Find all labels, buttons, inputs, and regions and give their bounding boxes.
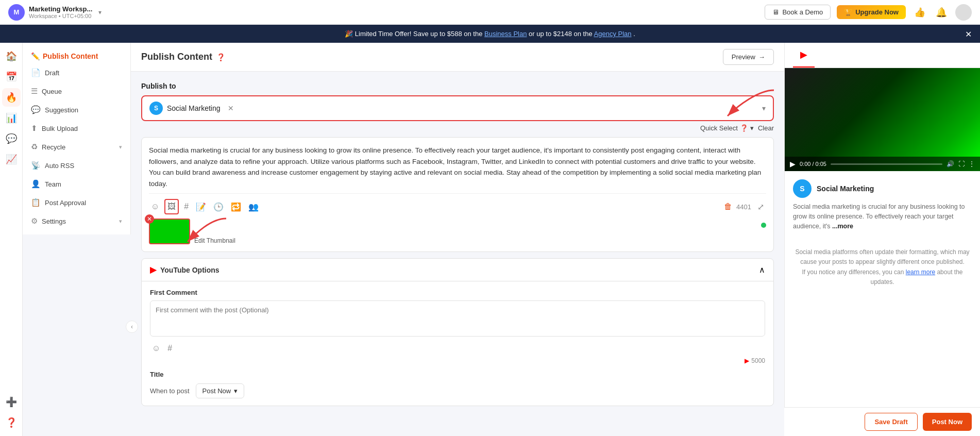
- schedule-button[interactable]: 🕒: [211, 200, 226, 214]
- sidebar-item-settings[interactable]: ⚙ Settings ▾: [23, 212, 130, 230]
- sidebar-item-queue[interactable]: ☰ Queue: [23, 82, 130, 100]
- youtube-options-header[interactable]: ▶ YouTube Options ∧: [142, 259, 773, 281]
- preview-content: S Social Marketing Social media marketin…: [785, 171, 980, 239]
- banner-emoji: 🎉: [345, 30, 353, 38]
- sidebar-wrapper: ✏️ Publish Content 📄 Draft ☰ Queue 💬 Sug…: [23, 43, 131, 436]
- first-comment-textarea[interactable]: [150, 300, 765, 337]
- icon-bar-listen[interactable]: 📈: [2, 150, 21, 169]
- arrow-right-icon: →: [758, 53, 765, 61]
- icon-bar-home[interactable]: 🏠: [2, 47, 21, 65]
- text-editor-box: Social media marketing is crucial for an…: [141, 137, 774, 252]
- post-approval-icon: 📋: [31, 198, 41, 207]
- thumbs-up-icon[interactable]: 👍: [912, 5, 927, 20]
- comment-hashtag-button[interactable]: #: [165, 342, 174, 355]
- auto-rss-icon: 📡: [31, 161, 41, 170]
- preview-video: ▶ 0:00 / 0:05 🔊 ⛶ ⋮: [785, 68, 980, 171]
- recycle-chevron-icon: ▾: [119, 144, 122, 150]
- time-display: 0:00 / 0:05: [800, 161, 826, 167]
- banner-close-button[interactable]: ✕: [965, 29, 972, 39]
- sidebar-item-recycle[interactable]: ♻ Recycle ▾: [23, 138, 130, 156]
- preview-button[interactable]: Preview →: [723, 49, 774, 65]
- quick-select-help-icon: ❓: [740, 124, 748, 132]
- sidebar-label-settings: Settings: [42, 217, 66, 225]
- icon-bar-analytics[interactable]: 📊: [2, 109, 21, 127]
- play-button[interactable]: ▶: [790, 160, 796, 168]
- channel-avatar: S: [793, 179, 812, 198]
- youtube-count-icon: ▶: [745, 357, 749, 364]
- more-link[interactable]: ...more: [832, 223, 853, 230]
- book-demo-button[interactable]: 🖥 Book a Demo: [765, 5, 831, 20]
- post-now-chevron-icon: ▾: [234, 387, 238, 395]
- thumbnail-box[interactable]: [149, 219, 190, 244]
- sidebar-item-draft[interactable]: 📄 Draft: [23, 63, 130, 82]
- text-button[interactable]: 📝: [194, 200, 208, 214]
- title-field-row: Title: [150, 371, 765, 378]
- team-icon: 👤: [31, 179, 41, 189]
- icon-bar-inbox[interactable]: 💬: [2, 129, 21, 148]
- help-icon[interactable]: ❓: [216, 53, 225, 61]
- delete-content-button[interactable]: 🗑: [724, 202, 732, 211]
- expand-button[interactable]: ⤢: [755, 200, 766, 214]
- settings-icon: ⚙: [31, 216, 38, 226]
- publish-to-box[interactable]: S Social Marketing ✕ ▾: [141, 95, 774, 121]
- monitor-icon: 🖥: [772, 8, 779, 16]
- text-editor-content[interactable]: Social media marketing is crucial for an…: [149, 145, 766, 189]
- repost-button[interactable]: 🔁: [229, 200, 243, 214]
- more-options-icon[interactable]: ⋮: [969, 160, 975, 167]
- publish-to-inner: S Social Marketing ✕: [149, 102, 234, 115]
- title-label: Title: [150, 371, 765, 378]
- sidebar-item-post-approval[interactable]: 📋 Post Approval: [23, 193, 130, 212]
- youtube-preview-tab[interactable]: ▶: [793, 43, 815, 68]
- settings-chevron-icon: ▾: [119, 218, 122, 225]
- bottom-bar: Save Draft Post Now: [784, 407, 980, 436]
- post-now-select[interactable]: Post Now ▾: [196, 383, 245, 398]
- sidebar-collapse-button[interactable]: ‹: [126, 321, 138, 333]
- sidebar-item-suggestion[interactable]: 💬 Suggestion: [23, 100, 130, 119]
- icon-bar-add[interactable]: ➕: [2, 393, 21, 411]
- learn-more-link[interactable]: learn more: [906, 269, 935, 276]
- volume-icon[interactable]: 🔊: [947, 160, 954, 167]
- top-nav: M Marketing Worksp... Workspace • UTC+05…: [0, 0, 980, 25]
- preview-text: Social media marketing is crucial for an…: [793, 202, 972, 231]
- when-to-post-label: When to post: [150, 387, 190, 395]
- workspace-name: Marketing Worksp...: [29, 5, 92, 13]
- fullscreen-icon[interactable]: ⛶: [958, 160, 965, 167]
- sidebar-item-bulk-upload[interactable]: ⬆ Bulk Upload: [23, 119, 130, 138]
- video-controls: ▶ 0:00 / 0:05 🔊 ⛶ ⋮: [785, 157, 980, 171]
- image-button[interactable]: 🖼: [164, 199, 179, 214]
- thumbnail-label: Edit Thumbnail: [194, 237, 235, 244]
- post-now-button[interactable]: Post Now: [923, 413, 972, 431]
- team-mention-button[interactable]: 👥: [246, 200, 261, 214]
- publish-to-container: S Social Marketing ✕ ▾: [141, 95, 774, 121]
- icon-bar-help[interactable]: ❓: [2, 413, 21, 432]
- social-name: Social Marketing: [167, 104, 221, 112]
- bell-icon[interactable]: 🔔: [934, 5, 949, 20]
- sidebar-label-draft: Draft: [45, 69, 59, 77]
- save-draft-button[interactable]: Save Draft: [865, 413, 917, 431]
- progress-bar[interactable]: [831, 163, 942, 165]
- icon-bar-calendar[interactable]: 📅: [2, 68, 21, 86]
- preview-panel: ▶ ▶ 0:00 / 0:05 🔊 ⛶ ⋮ S Social: [784, 43, 980, 436]
- youtube-options-title: ▶ YouTube Options: [150, 265, 219, 275]
- agency-plan-link[interactable]: Agency Plan: [594, 30, 632, 38]
- publish-to-chevron-icon[interactable]: ▾: [762, 104, 766, 112]
- thumbnail-wrapper: ✕: [149, 219, 190, 244]
- user-avatar[interactable]: [955, 4, 972, 21]
- top-nav-left: M Marketing Worksp... Workspace • UTC+05…: [8, 4, 102, 21]
- emoji-button[interactable]: ☺: [149, 200, 161, 213]
- comment-emoji-button[interactable]: ☺: [150, 342, 162, 355]
- icon-bar-publish[interactable]: 🔥: [2, 88, 21, 107]
- upgrade-now-button[interactable]: 🏆 Upgrade Now: [837, 5, 906, 19]
- workspace-chevron-icon[interactable]: ▾: [98, 9, 102, 16]
- sidebar-item-auto-rss[interactable]: 📡 Auto RSS: [23, 156, 130, 175]
- quick-select-button[interactable]: Quick Select ❓ ▾: [700, 124, 754, 132]
- business-plan-link[interactable]: Business Plan: [484, 30, 527, 38]
- recycle-icon: ♻: [31, 142, 38, 152]
- edit-icon: ✏️: [31, 52, 40, 60]
- content-area: Publish Content ❓ Preview → Publish to S…: [131, 43, 980, 436]
- hashtag-button[interactable]: #: [182, 200, 191, 213]
- remove-channel-button[interactable]: ✕: [228, 104, 234, 112]
- clear-button[interactable]: Clear: [758, 124, 774, 132]
- sidebar-label-queue: Queue: [42, 88, 62, 95]
- sidebar-item-team[interactable]: 👤 Team: [23, 175, 130, 193]
